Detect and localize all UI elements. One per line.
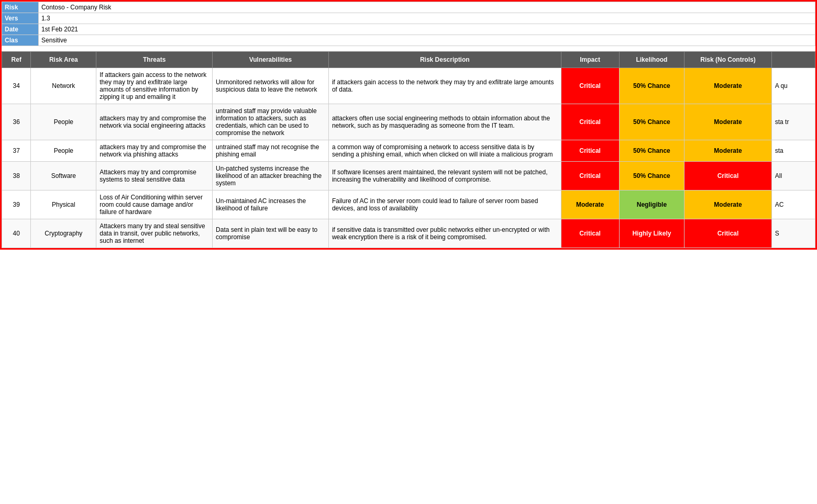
spacer-row: [2, 46, 815, 51]
table-row: 39PhysicalLoss of Air Conditioning withi…: [2, 190, 815, 219]
col-vulnerabilities: Vulnerabilities: [213, 51, 329, 68]
table-row: 38SoftwareAttackers may try and compromi…: [2, 161, 815, 190]
date-value: 1st Feb 2021: [38, 24, 815, 35]
meta-row-class: Clas Sensitive: [2, 35, 815, 46]
class-label: Clas: [2, 35, 39, 46]
cell-threats: Loss of Air Conditioning within server r…: [96, 190, 213, 219]
cell-threats: attackers may try and compromise the net…: [96, 104, 213, 140]
col-likelihood: Likelihood: [619, 51, 684, 68]
cell-risk-description: If software licenses arent maintained, t…: [328, 161, 561, 190]
cell-impact: Critical: [561, 104, 619, 140]
cell-likelihood: 50% Chance: [619, 68, 684, 104]
cell-ref: 39: [2, 190, 31, 219]
risk-table: Ref Risk Area Threats Vulnerabilities Ri…: [2, 51, 815, 248]
cell-impact: Critical: [561, 219, 619, 248]
cell-risk-area: People: [31, 140, 96, 161]
cell-risk-area: Software: [31, 161, 96, 190]
cell-risk-nc: Moderate: [684, 104, 771, 140]
col-extra: [771, 51, 815, 68]
cell-vulnerabilities: Unmonitored networks will allow for susp…: [213, 68, 329, 104]
cell-risk-nc: Critical: [684, 219, 771, 248]
col-impact: Impact: [561, 51, 619, 68]
cell-ref: 36: [2, 104, 31, 140]
cell-risk-description: attackers often use social engineering m…: [328, 104, 561, 140]
table-row: 36Peopleattackers may try and compromise…: [2, 104, 815, 140]
cell-vulnerabilities: untrained staff may not recognise the ph…: [213, 140, 329, 161]
cell-impact: Moderate: [561, 190, 619, 219]
col-risk-no-controls: Risk (No Controls): [684, 51, 771, 68]
col-ref: Ref: [2, 51, 31, 68]
cell-extra: sta: [771, 140, 815, 161]
cell-extra: AC: [771, 190, 815, 219]
cell-extra: sta tr: [771, 104, 815, 140]
col-risk-description: Risk Description: [328, 51, 561, 68]
cell-vulnerabilities: Un-maintained AC increases the likelihoo…: [213, 190, 329, 219]
cell-risk-area: People: [31, 104, 96, 140]
cell-risk-area: Cryptography: [31, 219, 96, 248]
cell-threats: If attackers gain access to the network …: [96, 68, 213, 104]
cell-risk-description: Failure of AC in the server room could l…: [328, 190, 561, 219]
version-label: Vers: [2, 13, 39, 24]
table-row: 37Peopleattackers may try and compromise…: [2, 140, 815, 161]
cell-extra: All: [771, 161, 815, 190]
cell-risk-nc: Moderate: [684, 190, 771, 219]
meta-table: Risk Contoso - Company Risk Vers 1.3 Dat…: [2, 2, 815, 51]
cell-impact: Critical: [561, 161, 619, 190]
cell-risk-area: Network: [31, 68, 96, 104]
cell-threats: attackers may try and compromise the net…: [96, 140, 213, 161]
cell-likelihood: 50% Chance: [619, 140, 684, 161]
cell-threats: Attackers may try and compromise systems…: [96, 161, 213, 190]
date-label: Date: [2, 24, 39, 35]
cell-ref: 40: [2, 219, 31, 248]
cell-vulnerabilities: Un-patched systems increase the likeliho…: [213, 161, 329, 190]
cell-ref: 38: [2, 161, 31, 190]
cell-likelihood: Negligible: [619, 190, 684, 219]
meta-row-version: Vers 1.3: [2, 13, 815, 24]
risk-value: Contoso - Company Risk: [38, 2, 815, 13]
cell-impact: Critical: [561, 68, 619, 104]
cell-threats: Attackers many try and steal sensitive d…: [96, 219, 213, 248]
cell-risk-description: if attackers gain access to the network …: [328, 68, 561, 104]
table-row: 34NetworkIf attackers gain access to the…: [2, 68, 815, 104]
cell-extra: A qu: [771, 68, 815, 104]
cell-risk-nc: Moderate: [684, 68, 771, 104]
cell-risk-description: if sensitive data is transmitted over pu…: [328, 219, 561, 248]
col-risk-area: Risk Area: [31, 51, 96, 68]
col-threats: Threats: [96, 51, 213, 68]
cell-ref: 34: [2, 68, 31, 104]
cell-likelihood: 50% Chance: [619, 161, 684, 190]
version-value: 1.3: [38, 13, 815, 24]
cell-ref: 37: [2, 140, 31, 161]
cell-risk-area: Physical: [31, 190, 96, 219]
cell-extra: S: [771, 219, 815, 248]
cell-risk-nc: Moderate: [684, 140, 771, 161]
risk-label: Risk: [2, 2, 39, 13]
class-value: Sensitive: [38, 35, 815, 46]
main-container: Risk Contoso - Company Risk Vers 1.3 Dat…: [0, 0, 817, 250]
column-header-row: Ref Risk Area Threats Vulnerabilities Ri…: [2, 51, 815, 68]
cell-likelihood: 50% Chance: [619, 104, 684, 140]
meta-row-risk: Risk Contoso - Company Risk: [2, 2, 815, 13]
cell-likelihood: Highly Likely: [619, 219, 684, 248]
cell-vulnerabilities: untrained staff may provide valuable inf…: [213, 104, 329, 140]
cell-risk-nc: Critical: [684, 161, 771, 190]
cell-risk-description: a common way of compromising a network t…: [328, 140, 561, 161]
meta-row-date: Date 1st Feb 2021: [2, 24, 815, 35]
cell-impact: Critical: [561, 140, 619, 161]
table-row: 40CryptographyAttackers many try and ste…: [2, 219, 815, 248]
cell-vulnerabilities: Data sent in plain text will be easy to …: [213, 219, 329, 248]
